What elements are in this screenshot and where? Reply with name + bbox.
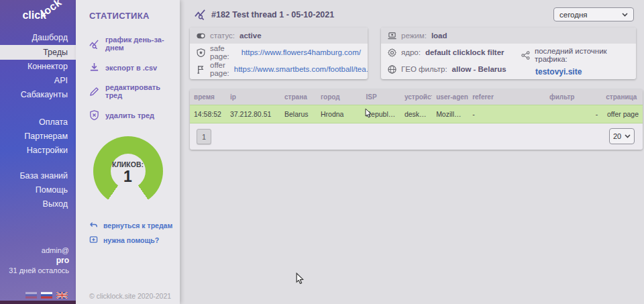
need-help-link[interactable]: нужна помощь? [89,236,180,244]
sidebar-item-settings[interactable]: Настройки [0,144,76,158]
cell-device: desktop [400,105,432,123]
user-plan: pro [9,256,69,266]
russian-flag-icon[interactable] [41,292,52,299]
menu-item-label: график день-за-днем [105,36,176,52]
clicks-table-panel: время ip страна город ISP устройство use… [190,89,643,150]
clicks-gauge: КЛИКОВ: 1 [93,136,163,201]
menu-item-delete-thread[interactable]: удалить тред [76,105,180,125]
sidebar-item-connector[interactable]: Коннектор [0,60,76,74]
menu-item-label: экспорт в .csv [105,64,157,72]
main-content: #182 Test thread 1 - 05-10-2021 сегодня … [180,0,644,304]
offer-page-row: offer page: https://www.smartbets.com/fo… [190,61,368,77]
col-useragent[interactable]: user-agent [432,89,468,105]
traffic-source-row: последний источник трафика: [521,47,636,63]
menu-item-export-csv[interactable]: экспорт в .csv [76,57,180,78]
gauge-value: 1 [93,168,163,185]
menu-item-edit-thread[interactable]: редактировать тред [76,78,180,105]
safe-page-link[interactable]: https://www.flowers4hamburg.com/ [241,48,361,56]
traffic-source-link[interactable]: testovyi.site [535,67,636,77]
mode-box: режим: load ядро: default clicklock filt… [381,28,636,79]
link-label: вернуться к тредам [103,221,172,230]
cell-useragent: Mozilla/5.0 (Win... [432,105,468,123]
stats-menu: график день-за-днем экспорт в .csv редак… [76,30,180,125]
geo-filter-row: ГЕО фильтр: allow - Belarus [381,61,521,77]
geo-filter-value: allow - Belarus [452,65,506,73]
page-1-button[interactable]: 1 [197,129,211,144]
period-select[interactable]: сегодня [553,7,634,21]
col-filter[interactable]: фильтр [545,89,602,105]
link-label: нужна помощь? [103,236,159,244]
core-value: default clicklock filter [425,48,504,56]
col-referer[interactable]: referer [468,89,545,105]
sidebar-item-api[interactable]: API [0,74,76,88]
table-header-row: время ip страна город ISP устройство use… [190,89,643,105]
mouse-cursor-small [365,108,372,119]
undo-icon [89,221,98,230]
stats-panel: СТАТИСТИКА график день-за-днем экспорт в… [76,0,180,304]
user-days-left: 31 дней осталось [9,266,69,276]
back-to-threads-link[interactable]: вернуться к тредам [89,221,180,230]
traffic-source-label: последний источник трафика: [535,47,636,63]
mode-box-header: режим: load [381,28,636,44]
offer-page-label: offer page: [210,61,229,77]
status-label: статус: [210,32,235,40]
chart-line-icon [195,9,206,20]
table-row[interactable]: 14:58:52 37.212.80.51 Belarus Hrodna Rep… [190,105,643,123]
russian-flag-faded-icon[interactable] [25,292,37,299]
geo-filter-label: ГЕО фильтр: [401,65,447,73]
toggle-on-icon [197,32,205,40]
menu-item-label: редактировать тред [105,83,176,99]
col-ip[interactable]: ip [226,89,280,105]
cell-city: Hrodna [317,105,362,123]
help-plus-icon [89,236,98,244]
sidebar-item-payment[interactable]: Оплата [0,115,76,130]
sidebar-item-dashboard[interactable]: Дашборд [0,31,76,45]
cell-time: 14:58:52 [190,105,226,123]
col-page[interactable]: страница [602,89,643,105]
safe-page-label: safe page: [210,44,237,60]
stats-panel-title: СТАТИСТИКА [76,0,180,21]
col-city[interactable]: город [317,89,362,105]
safe-page-row: safe page: https://www.flowers4hamburg.c… [190,44,368,60]
user-info: admin@ pro 31 дней осталось [9,246,69,276]
pencil-icon [89,87,99,97]
sidebar-item-threads[interactable]: Треды [0,45,76,60]
share-icon [521,51,530,60]
shield-x-icon [89,110,99,120]
sidebar-item-knowledge-base[interactable]: База знаний [0,169,76,183]
sidebar-item-subaccounts[interactable]: Сабакаунты [0,88,76,102]
col-isp[interactable]: ISP [362,89,400,105]
col-time[interactable]: время [190,89,226,105]
chevron-down-icon [625,134,631,138]
mode-value: load [431,32,447,40]
copyright: © clicklock.site 2020-2021 [89,292,171,300]
sidebar-item-partners[interactable]: Партнерам [0,130,76,144]
mouse-cursor [296,272,305,285]
app-logo: clicklock [0,0,76,28]
page-size-select[interactable]: 20 [609,128,635,144]
sidebar-item-logout[interactable]: Выход [0,197,76,211]
uk-flag-icon[interactable] [56,292,68,299]
clicks-table: время ip страна город ISP устройство use… [190,89,643,123]
status-box: статус: active safe page: https://www.fl… [190,28,368,79]
sidebar: clicklock Дашборд Треды Коннектор API Са… [0,0,76,304]
flag-icon [197,65,205,74]
cell-filter: - [545,105,602,123]
menu-item-label: удалить тред [105,111,154,119]
globe-icon [388,65,396,74]
chart-line-icon [89,39,99,49]
app-window: clicklock Дашборд Треды Коннектор API Са… [0,0,644,304]
offer-page-link[interactable]: https://www.smartbets.com/football/tea..… [234,65,368,73]
cell-page: offer page [602,105,643,123]
stats-links: вернуться к тредам нужна помощь? [76,221,180,244]
status-box-header: статус: active [190,28,368,44]
thread-header: #182 Test thread 1 - 05-10-2021 [195,9,334,20]
col-device[interactable]: устройство [400,89,432,105]
language-switcher [25,292,68,299]
laptop-icon [388,32,396,40]
menu-item-daily-chart[interactable]: график день-за-днем [76,30,180,57]
col-country[interactable]: страна [280,89,317,105]
cell-country: Belarus [280,105,317,123]
sidebar-item-help[interactable]: Помощь [0,183,76,197]
shield-star-icon [197,48,205,57]
